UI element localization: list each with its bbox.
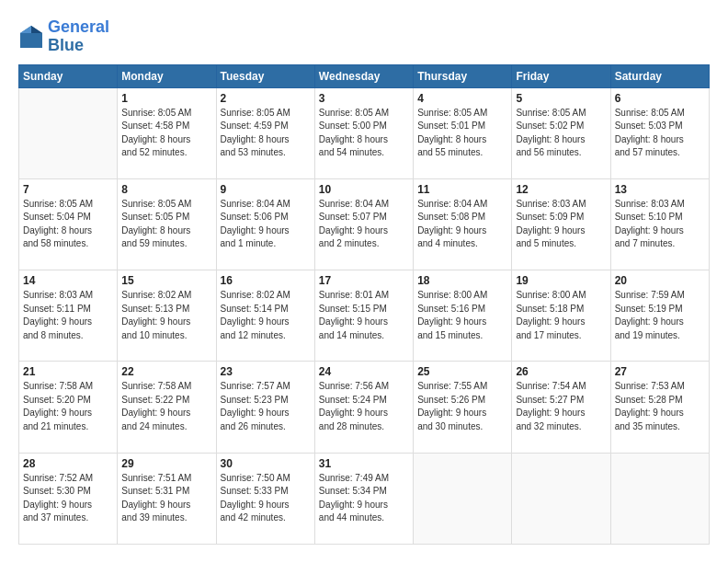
logo-text: General Blue bbox=[48, 18, 109, 55]
week-row-3: 21Sunrise: 7:58 AM Sunset: 5:20 PM Dayli… bbox=[19, 362, 710, 453]
calendar-cell: 1Sunrise: 8:05 AM Sunset: 4:58 PM Daylig… bbox=[118, 87, 216, 178]
cell-text: Sunrise: 8:02 AM Sunset: 5:14 PM Dayligh… bbox=[221, 289, 311, 342]
day-number: 16 bbox=[221, 274, 311, 287]
calendar-header-saturday: Saturday bbox=[610, 64, 709, 87]
cell-text: Sunrise: 7:51 AM Sunset: 5:31 PM Dayligh… bbox=[121, 472, 211, 525]
cell-text: Sunrise: 8:05 AM Sunset: 5:05 PM Dayligh… bbox=[121, 198, 211, 251]
calendar-cell: 14Sunrise: 8:03 AM Sunset: 5:11 PM Dayli… bbox=[19, 270, 118, 362]
cell-text: Sunrise: 7:57 AM Sunset: 5:23 PM Dayligh… bbox=[221, 380, 311, 433]
cell-text: Sunrise: 7:56 AM Sunset: 5:24 PM Dayligh… bbox=[319, 380, 409, 433]
cell-text: Sunrise: 8:03 AM Sunset: 5:09 PM Dayligh… bbox=[516, 198, 606, 251]
day-number: 5 bbox=[516, 92, 606, 105]
day-number: 22 bbox=[121, 365, 211, 378]
day-number: 15 bbox=[121, 274, 211, 287]
cell-text: Sunrise: 7:53 AM Sunset: 5:28 PM Dayligh… bbox=[615, 380, 705, 433]
cell-text: Sunrise: 7:59 AM Sunset: 5:19 PM Dayligh… bbox=[615, 289, 705, 342]
cell-text: Sunrise: 8:05 AM Sunset: 5:02 PM Dayligh… bbox=[516, 107, 606, 160]
day-number: 30 bbox=[221, 457, 311, 470]
calendar-cell: 17Sunrise: 8:01 AM Sunset: 5:15 PM Dayli… bbox=[314, 270, 413, 362]
cell-text: Sunrise: 8:00 AM Sunset: 5:18 PM Dayligh… bbox=[516, 289, 606, 342]
day-number: 18 bbox=[417, 274, 507, 287]
week-row-4: 28Sunrise: 7:52 AM Sunset: 5:30 PM Dayli… bbox=[19, 453, 710, 544]
day-number: 26 bbox=[516, 365, 606, 378]
calendar-cell: 4Sunrise: 8:05 AM Sunset: 5:01 PM Daylig… bbox=[414, 87, 512, 178]
day-number: 13 bbox=[615, 183, 705, 196]
calendar-cell bbox=[610, 453, 709, 544]
cell-text: Sunrise: 8:05 AM Sunset: 4:59 PM Dayligh… bbox=[221, 107, 311, 160]
day-number: 14 bbox=[23, 274, 113, 287]
cell-text: Sunrise: 7:58 AM Sunset: 5:20 PM Dayligh… bbox=[23, 380, 113, 433]
calendar-cell: 25Sunrise: 7:55 AM Sunset: 5:26 PM Dayli… bbox=[414, 362, 512, 453]
cell-text: Sunrise: 8:00 AM Sunset: 5:16 PM Dayligh… bbox=[417, 289, 507, 342]
calendar-cell: 27Sunrise: 7:53 AM Sunset: 5:28 PM Dayli… bbox=[610, 362, 709, 453]
cell-text: Sunrise: 8:05 AM Sunset: 5:00 PM Dayligh… bbox=[319, 107, 409, 160]
calendar-cell: 5Sunrise: 8:05 AM Sunset: 5:02 PM Daylig… bbox=[512, 87, 610, 178]
day-number: 17 bbox=[319, 274, 409, 287]
cell-text: Sunrise: 8:02 AM Sunset: 5:13 PM Dayligh… bbox=[121, 289, 211, 342]
calendar-cell: 19Sunrise: 8:00 AM Sunset: 5:18 PM Dayli… bbox=[512, 270, 610, 362]
calendar-cell: 6Sunrise: 8:05 AM Sunset: 5:03 PM Daylig… bbox=[610, 87, 709, 178]
cell-text: Sunrise: 8:05 AM Sunset: 5:01 PM Dayligh… bbox=[417, 107, 507, 160]
week-row-1: 7Sunrise: 8:05 AM Sunset: 5:04 PM Daylig… bbox=[19, 178, 710, 270]
calendar-cell: 9Sunrise: 8:04 AM Sunset: 5:06 PM Daylig… bbox=[216, 178, 314, 270]
calendar-cell: 2Sunrise: 8:05 AM Sunset: 4:59 PM Daylig… bbox=[216, 87, 314, 178]
logo-icon bbox=[18, 24, 44, 50]
svg-marker-2 bbox=[20, 26, 31, 33]
day-number: 2 bbox=[221, 92, 311, 105]
day-number: 24 bbox=[319, 365, 409, 378]
cell-text: Sunrise: 8:04 AM Sunset: 5:08 PM Dayligh… bbox=[417, 198, 507, 251]
day-number: 11 bbox=[417, 183, 507, 196]
day-number: 27 bbox=[615, 365, 705, 378]
day-number: 20 bbox=[615, 274, 705, 287]
calendar-header-tuesday: Tuesday bbox=[216, 64, 314, 87]
calendar-table: SundayMondayTuesdayWednesdayThursdayFrid… bbox=[18, 64, 710, 545]
calendar-cell: 20Sunrise: 7:59 AM Sunset: 5:19 PM Dayli… bbox=[610, 270, 709, 362]
cell-text: Sunrise: 8:04 AM Sunset: 5:06 PM Dayligh… bbox=[221, 198, 311, 251]
calendar-cell bbox=[414, 453, 512, 544]
day-number: 7 bbox=[23, 183, 113, 196]
day-number: 25 bbox=[417, 365, 507, 378]
cell-text: Sunrise: 8:04 AM Sunset: 5:07 PM Dayligh… bbox=[319, 198, 409, 251]
calendar-cell bbox=[512, 453, 610, 544]
day-number: 31 bbox=[319, 457, 409, 470]
calendar-header-monday: Monday bbox=[118, 64, 216, 87]
calendar-cell: 7Sunrise: 8:05 AM Sunset: 5:04 PM Daylig… bbox=[19, 178, 118, 270]
cell-text: Sunrise: 7:49 AM Sunset: 5:34 PM Dayligh… bbox=[319, 472, 409, 525]
calendar-header-wednesday: Wednesday bbox=[314, 64, 413, 87]
cell-text: Sunrise: 7:55 AM Sunset: 5:26 PM Dayligh… bbox=[417, 380, 507, 433]
calendar-cell: 15Sunrise: 8:02 AM Sunset: 5:13 PM Dayli… bbox=[118, 270, 216, 362]
cell-text: Sunrise: 7:50 AM Sunset: 5:33 PM Dayligh… bbox=[221, 472, 311, 525]
day-number: 3 bbox=[319, 92, 409, 105]
calendar-cell bbox=[19, 87, 118, 178]
calendar-cell: 30Sunrise: 7:50 AM Sunset: 5:33 PM Dayli… bbox=[216, 453, 314, 544]
cell-text: Sunrise: 8:05 AM Sunset: 4:58 PM Dayligh… bbox=[121, 107, 211, 160]
calendar-header-friday: Friday bbox=[512, 64, 610, 87]
calendar-cell: 10Sunrise: 8:04 AM Sunset: 5:07 PM Dayli… bbox=[314, 178, 413, 270]
logo: General Blue bbox=[18, 18, 109, 55]
day-number: 1 bbox=[121, 92, 211, 105]
calendar-cell: 29Sunrise: 7:51 AM Sunset: 5:31 PM Dayli… bbox=[118, 453, 216, 544]
calendar-cell: 18Sunrise: 8:00 AM Sunset: 5:16 PM Dayli… bbox=[414, 270, 512, 362]
calendar-cell: 12Sunrise: 8:03 AM Sunset: 5:09 PM Dayli… bbox=[512, 178, 610, 270]
calendar-header-sunday: Sunday bbox=[19, 64, 118, 87]
svg-marker-1 bbox=[31, 26, 42, 33]
cell-text: Sunrise: 7:58 AM Sunset: 5:22 PM Dayligh… bbox=[121, 380, 211, 433]
day-number: 9 bbox=[221, 183, 311, 196]
day-number: 8 bbox=[121, 183, 211, 196]
cell-text: Sunrise: 8:05 AM Sunset: 5:03 PM Dayligh… bbox=[615, 107, 705, 160]
calendar-cell: 13Sunrise: 8:03 AM Sunset: 5:10 PM Dayli… bbox=[610, 178, 709, 270]
calendar-cell: 24Sunrise: 7:56 AM Sunset: 5:24 PM Dayli… bbox=[314, 362, 413, 453]
day-number: 29 bbox=[121, 457, 211, 470]
page: General Blue SundayMondayTuesdayWednesda… bbox=[0, 0, 728, 563]
cell-text: Sunrise: 7:52 AM Sunset: 5:30 PM Dayligh… bbox=[23, 472, 113, 525]
week-row-0: 1Sunrise: 8:05 AM Sunset: 4:58 PM Daylig… bbox=[19, 87, 710, 178]
calendar-cell: 23Sunrise: 7:57 AM Sunset: 5:23 PM Dayli… bbox=[216, 362, 314, 453]
calendar-cell: 26Sunrise: 7:54 AM Sunset: 5:27 PM Dayli… bbox=[512, 362, 610, 453]
cell-text: Sunrise: 7:54 AM Sunset: 5:27 PM Dayligh… bbox=[516, 380, 606, 433]
day-number: 10 bbox=[319, 183, 409, 196]
day-number: 23 bbox=[221, 365, 311, 378]
calendar-cell: 16Sunrise: 8:02 AM Sunset: 5:14 PM Dayli… bbox=[216, 270, 314, 362]
week-row-2: 14Sunrise: 8:03 AM Sunset: 5:11 PM Dayli… bbox=[19, 270, 710, 362]
cell-text: Sunrise: 8:01 AM Sunset: 5:15 PM Dayligh… bbox=[319, 289, 409, 342]
cell-text: Sunrise: 8:03 AM Sunset: 5:10 PM Dayligh… bbox=[615, 198, 705, 251]
